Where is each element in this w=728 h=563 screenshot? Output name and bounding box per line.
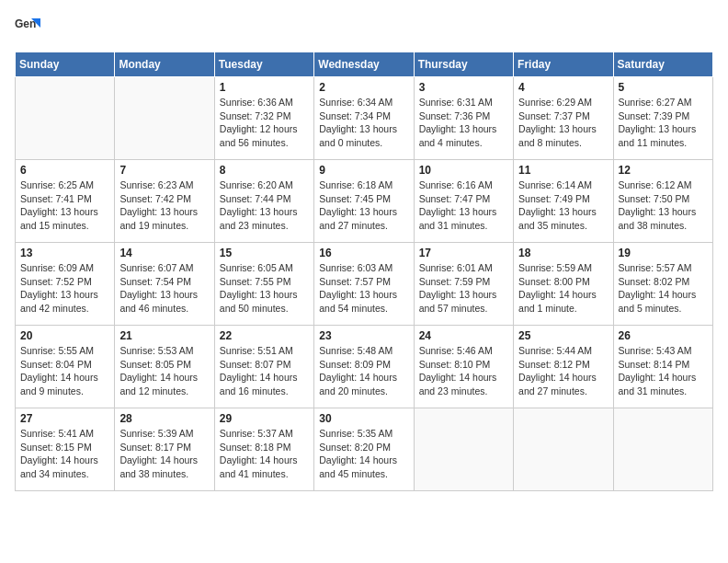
day-info: Sunrise: 6:18 AMSunset: 7:45 PMDaylight:… [319,178,408,233]
day-number: 23 [319,329,408,342]
calendar-cell [414,408,513,491]
day-info: Sunrise: 5:37 AMSunset: 8:18 PMDaylight:… [220,427,309,481]
weekday-header-monday: Monday [115,52,214,77]
calendar-cell: 17Sunrise: 6:01 AMSunset: 7:59 PMDayligh… [414,243,513,326]
weekday-row: SundayMondayTuesdayWednesdayThursdayFrid… [16,52,713,77]
calendar-cell: 26Sunrise: 5:43 AMSunset: 8:14 PMDayligh… [613,326,712,408]
day-info: Sunrise: 6:25 AMSunset: 7:41 PMDaylight:… [20,178,109,233]
day-info: Sunrise: 6:09 AMSunset: 7:52 PMDaylight:… [20,261,109,316]
day-info: Sunrise: 5:41 AMSunset: 8:15 PMDaylight:… [20,427,109,481]
calendar-cell [613,408,712,491]
calendar-cell: 29Sunrise: 5:37 AMSunset: 8:18 PMDayligh… [214,408,313,491]
day-info: Sunrise: 5:53 AMSunset: 8:05 PMDaylight:… [119,344,209,398]
day-number: 6 [20,164,109,177]
week-row-5: 27Sunrise: 5:41 AMSunset: 8:15 PMDayligh… [16,408,713,491]
day-number: 18 [518,247,608,259]
day-info: Sunrise: 5:44 AMSunset: 8:12 PMDaylight:… [518,344,608,398]
calendar-cell: 8Sunrise: 6:20 AMSunset: 7:44 PMDaylight… [214,160,313,243]
calendar-cell: 11Sunrise: 6:14 AMSunset: 7:49 PMDayligh… [514,160,613,243]
weekday-header-wednesday: Wednesday [314,52,414,77]
weekday-header-thursday: Thursday [414,52,513,77]
day-info: Sunrise: 6:27 AMSunset: 7:39 PMDaylight:… [619,96,708,150]
week-row-2: 6Sunrise: 6:25 AMSunset: 7:41 PMDaylight… [16,160,713,243]
day-number: 24 [419,329,508,342]
day-number: 29 [220,412,309,425]
day-number: 17 [419,247,508,259]
day-number: 20 [20,329,109,342]
day-number: 10 [419,164,508,177]
calendar-cell [115,77,214,160]
day-info: Sunrise: 6:14 AMSunset: 7:49 PMDaylight:… [518,178,608,233]
logo: Gen [15,15,44,40]
day-number: 13 [20,247,109,259]
day-number: 4 [518,81,608,94]
day-info: Sunrise: 6:23 AMSunset: 7:42 PMDaylight:… [119,178,209,233]
day-info: Sunrise: 5:59 AMSunset: 8:00 PMDaylight:… [518,261,608,316]
day-info: Sunrise: 6:36 AMSunset: 7:32 PMDaylight:… [220,96,309,150]
day-info: Sunrise: 5:55 AMSunset: 8:04 PMDaylight:… [20,344,109,398]
day-number: 5 [619,81,708,94]
day-number: 9 [319,164,408,177]
week-row-1: 1Sunrise: 6:36 AMSunset: 7:32 PMDaylight… [16,77,713,160]
calendar-cell: 6Sunrise: 6:25 AMSunset: 7:41 PMDaylight… [16,160,115,243]
calendar-cell [514,408,613,491]
day-info: Sunrise: 5:43 AMSunset: 8:14 PMDaylight:… [619,344,708,398]
calendar-cell: 13Sunrise: 6:09 AMSunset: 7:52 PMDayligh… [16,243,115,326]
calendar-cell: 22Sunrise: 5:51 AMSunset: 8:07 PMDayligh… [214,326,313,408]
week-row-4: 20Sunrise: 5:55 AMSunset: 8:04 PMDayligh… [16,326,713,408]
logo-icon: Gen [15,15,40,40]
calendar-cell: 25Sunrise: 5:44 AMSunset: 8:12 PMDayligh… [514,326,613,408]
day-info: Sunrise: 6:03 AMSunset: 7:57 PMDaylight:… [319,261,408,316]
day-number: 26 [619,329,708,342]
day-info: Sunrise: 5:57 AMSunset: 8:02 PMDaylight:… [619,261,708,316]
calendar-cell: 23Sunrise: 5:48 AMSunset: 8:09 PMDayligh… [314,326,414,408]
calendar-cell: 2Sunrise: 6:34 AMSunset: 7:34 PMDaylight… [314,77,414,160]
calendar-cell: 20Sunrise: 5:55 AMSunset: 8:04 PMDayligh… [16,326,115,408]
day-number: 12 [619,164,708,177]
calendar-header: SundayMondayTuesdayWednesdayThursdayFrid… [16,52,713,77]
day-number: 16 [319,247,408,259]
calendar-cell: 27Sunrise: 5:41 AMSunset: 8:15 PMDayligh… [16,408,115,491]
day-number: 28 [119,412,209,425]
calendar-cell: 5Sunrise: 6:27 AMSunset: 7:39 PMDaylight… [613,77,712,160]
calendar-cell: 1Sunrise: 6:36 AMSunset: 7:32 PMDaylight… [214,77,313,160]
day-number: 21 [119,329,209,342]
day-number: 25 [518,329,608,342]
day-number: 3 [419,81,508,94]
day-info: Sunrise: 6:12 AMSunset: 7:50 PMDaylight:… [619,178,708,233]
weekday-header-friday: Friday [514,52,613,77]
calendar-cell: 3Sunrise: 6:31 AMSunset: 7:36 PMDaylight… [414,77,513,160]
calendar-cell: 24Sunrise: 5:46 AMSunset: 8:10 PMDayligh… [414,326,513,408]
calendar-table: SundayMondayTuesdayWednesdayThursdayFrid… [15,52,713,491]
header: Gen [15,15,713,40]
calendar-cell: 9Sunrise: 6:18 AMSunset: 7:45 PMDaylight… [314,160,414,243]
weekday-header-saturday: Saturday [613,52,712,77]
day-number: 22 [220,329,309,342]
day-info: Sunrise: 6:29 AMSunset: 7:37 PMDaylight:… [518,96,608,150]
day-number: 14 [119,247,209,259]
day-info: Sunrise: 5:48 AMSunset: 8:09 PMDaylight:… [319,344,408,398]
weekday-header-sunday: Sunday [16,52,115,77]
calendar-cell: 18Sunrise: 5:59 AMSunset: 8:00 PMDayligh… [514,243,613,326]
calendar-cell: 28Sunrise: 5:39 AMSunset: 8:17 PMDayligh… [115,408,214,491]
calendar-cell: 7Sunrise: 6:23 AMSunset: 7:42 PMDaylight… [115,160,214,243]
day-number: 1 [220,81,309,94]
calendar-cell: 19Sunrise: 5:57 AMSunset: 8:02 PMDayligh… [613,243,712,326]
day-info: Sunrise: 5:51 AMSunset: 8:07 PMDaylight:… [220,344,309,398]
page-container: Gen SundayMondayTuesdayWednesdayThursday… [15,15,713,491]
day-info: Sunrise: 6:05 AMSunset: 7:55 PMDaylight:… [220,261,309,316]
day-number: 2 [319,81,408,94]
day-number: 19 [619,247,708,259]
day-number: 15 [220,247,309,259]
day-number: 8 [220,164,309,177]
calendar-body: 1Sunrise: 6:36 AMSunset: 7:32 PMDaylight… [16,77,713,491]
calendar-cell: 14Sunrise: 6:07 AMSunset: 7:54 PMDayligh… [115,243,214,326]
calendar-cell: 12Sunrise: 6:12 AMSunset: 7:50 PMDayligh… [613,160,712,243]
day-info: Sunrise: 6:16 AMSunset: 7:47 PMDaylight:… [419,178,508,233]
day-info: Sunrise: 6:20 AMSunset: 7:44 PMDaylight:… [220,178,309,233]
week-row-3: 13Sunrise: 6:09 AMSunset: 7:52 PMDayligh… [16,243,713,326]
day-number: 27 [20,412,109,425]
day-number: 11 [518,164,608,177]
weekday-header-tuesday: Tuesday [214,52,313,77]
calendar-cell: 15Sunrise: 6:05 AMSunset: 7:55 PMDayligh… [214,243,313,326]
